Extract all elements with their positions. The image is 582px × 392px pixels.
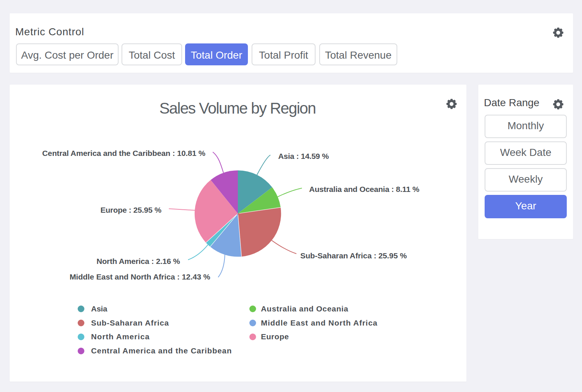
svg-text:Asia : 14.59 %: Asia : 14.59 % [278, 152, 329, 160]
svg-text:Asia: Asia [91, 304, 107, 313]
svg-text:Middle East and North Africa :: Middle East and North Africa : 12.43 % [69, 272, 210, 281]
svg-text:Central America and the Caribb: Central America and the Caribbean [91, 346, 232, 355]
svg-text:Central America and the Caribb: Central America and the Caribbean : 10.8… [42, 149, 206, 157]
svg-text:Australia and Oceania: Australia and Oceania [261, 304, 348, 313]
svg-text:Sub-Saharan Africa: Sub-Saharan Africa [91, 318, 169, 327]
svg-text:Sub-Saharan Africa : 25.95 %: Sub-Saharan Africa : 25.95 % [300, 251, 407, 260]
svg-text:Sales Volume by Region: Sales Volume by Region [159, 99, 316, 117]
svg-text:North America : 2.16 %: North America : 2.16 % [97, 257, 180, 265]
svg-text:North America: North America [91, 332, 149, 341]
svg-text:Europe: Europe [261, 332, 289, 341]
svg-text:Australia and Oceania : 8.11 %: Australia and Oceania : 8.11 % [309, 185, 420, 193]
svg-text:Europe : 25.95 %: Europe : 25.95 % [100, 206, 162, 214]
svg-text:Middle East and North Africa: Middle East and North Africa [261, 318, 377, 327]
